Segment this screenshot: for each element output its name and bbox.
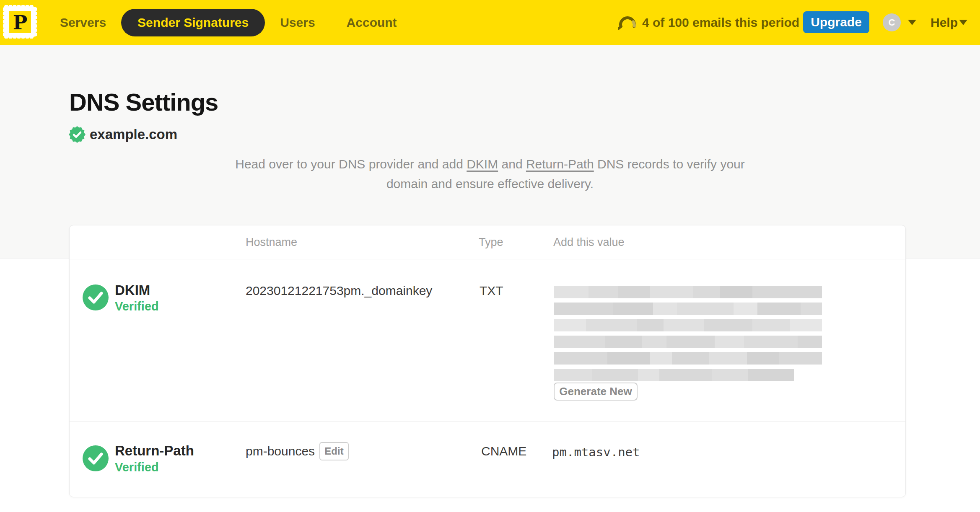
help-dropdown-caret-icon[interactable] <box>959 20 967 25</box>
column-header-hostname: Hostname <box>246 225 297 259</box>
record-type: TXT <box>480 284 503 298</box>
avatar[interactable]: C <box>883 13 901 31</box>
header-divider <box>70 259 905 259</box>
desc-text: Head over to your DNS provider and add <box>235 157 467 171</box>
status-badge: Verified <box>115 300 159 313</box>
verified-seal-icon <box>69 126 86 143</box>
record-hostname: 20230121221753pm._domainkey <box>246 284 432 298</box>
avatar-dropdown-caret-icon[interactable] <box>908 20 916 25</box>
redacted-value-line <box>554 286 822 298</box>
edit-button[interactable]: Edit <box>319 442 349 460</box>
domain-name: example.com <box>90 127 177 142</box>
desc-text: and <box>498 157 526 171</box>
column-header-type: Type <box>479 225 503 259</box>
usage-gauge-icon <box>618 15 637 31</box>
redacted-value-line <box>554 319 822 331</box>
redacted-value-line <box>554 303 822 315</box>
help-menu[interactable]: Help <box>931 0 958 45</box>
navbar-right: 4 of 100 emails this period Upgrade C He… <box>0 0 980 45</box>
usage-counter: 4 of 100 emails this period <box>642 0 799 45</box>
status-badge: Verified <box>115 460 159 474</box>
page-title: DNS Settings <box>69 88 218 116</box>
row-divider <box>70 421 905 422</box>
redacted-value-line <box>554 336 822 348</box>
page-description: Head over to your DNS provider and add D… <box>224 154 756 194</box>
redacted-value-line <box>554 352 822 365</box>
verified-check-icon <box>83 445 109 471</box>
return-path-link[interactable]: Return-Path <box>526 157 594 171</box>
upgrade-button[interactable]: Upgrade <box>803 11 869 33</box>
record-hostname: pm-bounces <box>246 444 315 458</box>
top-navbar: P ServersSender SignaturesUsersAccount 4… <box>0 0 980 45</box>
dkim-link[interactable]: DKIM <box>467 157 498 171</box>
redacted-dns-value <box>554 286 822 385</box>
generate-new-button[interactable]: Generate New <box>554 383 638 401</box>
record-type: CNAME <box>481 444 526 458</box>
domain-row: example.com <box>69 126 177 143</box>
dns-records-card: Hostname Type Add this value DKIM Verifi… <box>69 225 906 497</box>
column-header-value: Add this value <box>553 225 625 259</box>
record-value: pm.mtasv.net <box>552 445 640 459</box>
redacted-value-line <box>554 369 794 381</box>
verified-check-icon <box>83 284 109 310</box>
record-name: DKIM <box>115 282 150 298</box>
record-name: Return-Path <box>115 443 194 459</box>
